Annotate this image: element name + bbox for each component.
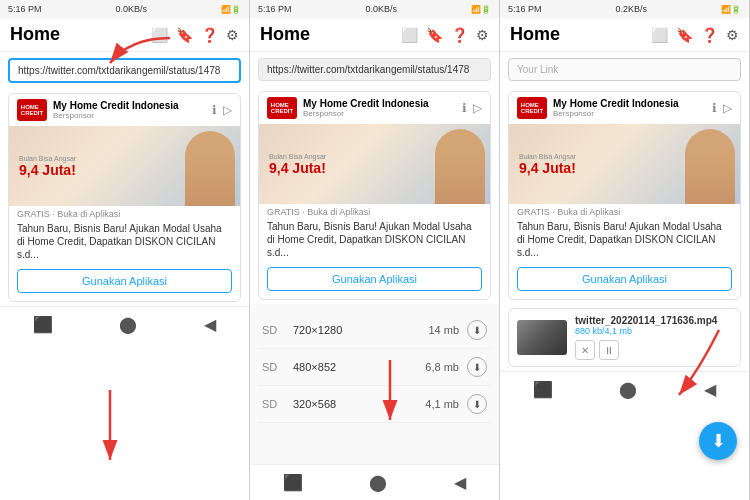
url-bar-2[interactable]: https://twitter.com/txtdarikangemil/stat… [258,58,491,81]
help-icon-3[interactable]: ❓ [701,27,718,43]
status-bar-1: 5:16 PM 0.0KB/s 📶🔋 [0,0,249,18]
ad-description-3: Tahun Baru, Bisnis Baru! Ajukan Modal Us… [509,219,740,263]
gallery-icon-2[interactable]: ⬜ [401,27,418,43]
help-icon-2[interactable]: ❓ [451,27,468,43]
ad-name-area-2: My Home Credit Indonesia Bersponsor [303,98,429,118]
dl-item-row: twitter_20220114_171636.mp4 880 kb/4,1 m… [509,309,740,366]
dl-download-icon-2[interactable]: ⬇ [467,394,487,414]
panel-2: 5:16 PM 0.0KB/s 📶🔋 Home ⬜ 🔖 ❓ ⚙ https://… [250,0,500,500]
gallery-icon-3[interactable]: ⬜ [651,27,668,43]
settings-icon-2[interactable]: ⚙ [476,27,489,43]
bottom-nav-1: ⬛ ⬤ ◀ [0,306,249,342]
status-bar-3: 5:16 PM 0.2KB/s 📶🔋 [500,0,749,18]
network-1: 0.0KB/s [116,4,148,14]
fab-download-button[interactable]: ⬇ [699,422,737,460]
ad-sponsor-2: Bersponsor [303,109,429,118]
arrow-bottom-1 [80,390,140,470]
bookmark-icon-2[interactable]: 🔖 [426,27,443,43]
time-1: 5:16 PM [8,4,42,14]
status-icons-1: 📶🔋 [221,5,241,14]
ad-button-1[interactable]: Gunakan Aplikasi [17,269,232,293]
ad-button-2[interactable]: Gunakan Aplikasi [267,267,482,291]
nav-home-1[interactable]: ⬤ [119,315,137,334]
ad-name-1: My Home Credit Indonesia [53,100,179,111]
ad-image-3: Bulan Bisa Angsar 9,4 Juta! [509,124,740,204]
ad-image-text-3: Bulan Bisa Angsar 9,4 Juta! [519,153,576,176]
page-title-3: Home [510,24,560,45]
ad-figure-3 [685,129,735,204]
ad-amount-2: 9,4 Juta! [269,160,326,176]
nav-stop-2[interactable]: ⬛ [283,473,303,492]
url-bar-1[interactable]: https://twitter.com/txtdarikangemil/stat… [8,58,241,83]
ad-logo-area-3: HOMECREDIT My Home Credit Indonesia Bers… [517,97,679,119]
network-2: 0.0KB/s [366,4,398,14]
ad-amount-3: 9,4 Juta! [519,160,576,176]
ad-header-2: HOMECREDIT My Home Credit Indonesia Bers… [259,92,490,124]
downloaded-item: twitter_20220114_171636.mp4 880 kb/4,1 m… [508,308,741,367]
info-icon-3[interactable]: ℹ [712,101,717,115]
ad-actions-3: ℹ ▷ [712,101,732,115]
settings-icon-3[interactable]: ⚙ [726,27,739,43]
ad-figure-2 [435,129,485,204]
ad-logo-2: HOMECREDIT [267,97,297,119]
url-bar-3[interactable]: Your Link [508,58,741,81]
ad-button-3[interactable]: Gunakan Aplikasi [517,267,732,291]
ad-subtext-2: Bulan Bisa Angsar [269,153,326,160]
download-option-0[interactable]: SD 720×1280 14 mb ⬇ [258,312,491,349]
dl-size-1: 6,8 mb [425,361,459,373]
ad-description-2: Tahun Baru, Bisnis Baru! Ajukan Modal Us… [259,219,490,263]
nav-back-2[interactable]: ◀ [454,473,466,492]
ad-name-area-3: My Home Credit Indonesia Bersponsor [553,98,679,118]
ad-sponsor-1: Bersponsor [53,111,179,120]
download-option-1[interactable]: SD 480×852 6,8 mb ⬇ [258,349,491,386]
page-title-2: Home [260,24,310,45]
ad-logo-1: HOMECREDIT [17,99,47,121]
dl-controls: ✕ ⏸ [575,340,732,360]
dl-resolution-2: 320×568 [293,398,425,410]
ad-header-1: HOMECREDIT My Home Credit Indonesia Bers… [9,94,240,126]
nav-back-1[interactable]: ◀ [204,315,216,334]
info-icon-1[interactable]: ℹ [212,103,217,117]
status-icons-2: 📶🔋 [471,5,491,14]
share-icon-3[interactable]: ▷ [723,101,732,115]
dl-cancel-btn[interactable]: ✕ [575,340,595,360]
settings-icon-1[interactable]: ⚙ [226,27,239,43]
bottom-nav-3: ⬛ ⬤ ◀ [500,371,749,407]
ad-card-3: HOMECREDIT My Home Credit Indonesia Bers… [508,91,741,300]
help-icon-1[interactable]: ❓ [201,27,218,43]
bookmark-icon-3[interactable]: 🔖 [676,27,693,43]
page-title-1: Home [10,24,60,45]
ad-sponsor-3: Bersponsor [553,109,679,118]
dl-quality-1: SD [262,361,287,373]
gallery-icon-1[interactable]: ⬜ [151,27,168,43]
bookmark-icon-1[interactable]: 🔖 [176,27,193,43]
dl-download-icon-0[interactable]: ⬇ [467,320,487,340]
status-bar-2: 5:16 PM 0.0KB/s 📶🔋 [250,0,499,18]
ad-card-1: HOMECREDIT My Home Credit Indonesia Bers… [8,93,241,302]
dl-size-0: 14 mb [428,324,459,336]
video-thumbnail [517,320,567,355]
nav-home-2[interactable]: ⬤ [369,473,387,492]
time-2: 5:16 PM [258,4,292,14]
share-icon-1[interactable]: ▷ [223,103,232,117]
ad-image-text-2: Bulan Bisa Angsar 9,4 Juta! [269,153,326,176]
nav-home-3[interactable]: ⬤ [619,380,637,399]
header-3: Home ⬜ 🔖 ❓ ⚙ [500,18,749,52]
dl-size-2: 4,1 mb [425,398,459,410]
dl-pause-btn[interactable]: ⏸ [599,340,619,360]
share-icon-2[interactable]: ▷ [473,101,482,115]
ad-name-area-1: My Home Credit Indonesia Bersponsor [53,100,179,120]
nav-stop-1[interactable]: ⬛ [33,315,53,334]
info-icon-2[interactable]: ℹ [462,101,467,115]
download-option-2[interactable]: SD 320×568 4,1 mb ⬇ [258,386,491,423]
ad-free-text-1: GRATIS · Buka di Aplikasi [9,206,240,221]
dl-download-icon-1[interactable]: ⬇ [467,357,487,377]
ad-image-2: Bulan Bisa Angsar 9,4 Juta! [259,124,490,204]
ad-name-3: My Home Credit Indonesia [553,98,679,109]
ad-actions-2: ℹ ▷ [462,101,482,115]
ad-header-3: HOMECREDIT My Home Credit Indonesia Bers… [509,92,740,124]
ad-figure-1 [185,131,235,206]
nav-stop-3[interactable]: ⬛ [533,380,553,399]
time-3: 5:16 PM [508,4,542,14]
nav-back-3[interactable]: ◀ [704,380,716,399]
